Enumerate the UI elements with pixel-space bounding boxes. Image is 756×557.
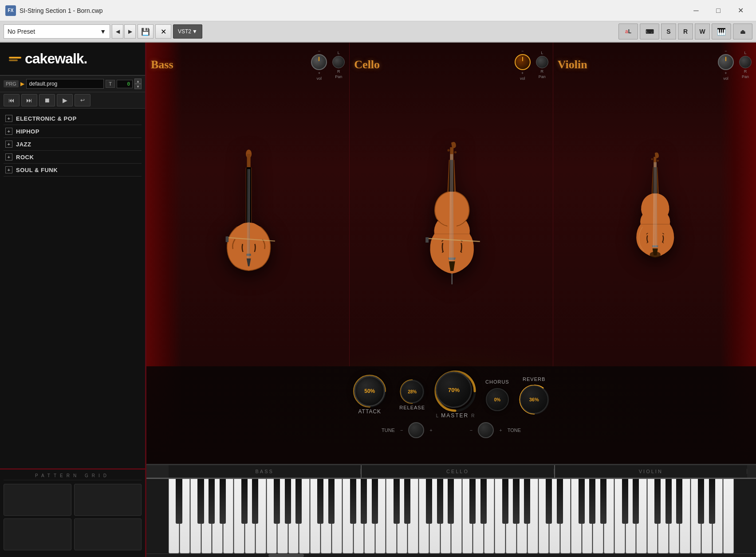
bass-pan-control[interactable] bbox=[332, 56, 345, 68]
prev-preset-button[interactable]: ◀ bbox=[112, 24, 123, 39]
cello-image bbox=[354, 84, 548, 362]
black-key[interactable] bbox=[197, 479, 204, 524]
attack-knob[interactable]: 50% bbox=[354, 376, 385, 407]
left-panel: cakewalk. PRG ▶ T 0 ▲ ▼ ⏮ ⏭ ⏹ ▶ ↩ bbox=[0, 43, 146, 557]
black-key[interactable] bbox=[328, 479, 335, 524]
white-key[interactable] bbox=[723, 479, 734, 553]
w-button[interactable]: W bbox=[695, 24, 710, 39]
black-key[interactable] bbox=[274, 479, 280, 524]
scroll-thumb[interactable] bbox=[268, 554, 304, 557]
black-key[interactable] bbox=[404, 479, 410, 524]
black-key[interactable] bbox=[350, 479, 356, 524]
keyboard-button[interactable]: ⌨ bbox=[640, 24, 659, 39]
violin-pan-control[interactable] bbox=[739, 56, 752, 68]
black-key[interactable] bbox=[654, 479, 661, 524]
down-button[interactable]: ▼ bbox=[134, 84, 142, 89]
black-key[interactable] bbox=[480, 479, 487, 524]
pattern-button-3[interactable] bbox=[4, 518, 71, 550]
stop-button[interactable]: ⏹ bbox=[39, 94, 55, 106]
fast-forward-button[interactable]: ⏭ bbox=[21, 94, 37, 106]
black-key[interactable] bbox=[469, 479, 476, 524]
tone-plus-label: + bbox=[499, 428, 502, 433]
black-key[interactable] bbox=[589, 479, 595, 524]
black-key[interactable] bbox=[513, 479, 519, 524]
bass-vol-label: vol bbox=[317, 76, 322, 81]
svg-rect-10 bbox=[225, 236, 228, 242]
black-key[interactable] bbox=[437, 479, 443, 524]
master-knob[interactable]: 70% bbox=[436, 372, 472, 408]
violin-vol-control[interactable] bbox=[718, 54, 734, 70]
program-field[interactable] bbox=[26, 79, 104, 89]
black-key[interactable] bbox=[665, 479, 672, 524]
cello-pan-control[interactable] bbox=[536, 56, 548, 68]
category-jazz[interactable]: + JAZZ bbox=[4, 138, 142, 151]
expand-icon: + bbox=[5, 115, 12, 122]
black-key[interactable] bbox=[546, 479, 552, 524]
maximize-button[interactable]: □ bbox=[708, 4, 728, 18]
s-button[interactable]: S bbox=[661, 24, 676, 39]
eject-button[interactable]: ⏏ bbox=[733, 24, 752, 39]
pattern-button-4[interactable] bbox=[74, 518, 142, 550]
black-key[interactable] bbox=[426, 479, 432, 524]
reverb-label: REVERB bbox=[523, 377, 545, 382]
black-key[interactable] bbox=[252, 479, 258, 524]
black-key[interactable] bbox=[448, 479, 454, 524]
piano-button[interactable]: 🎹 bbox=[712, 24, 731, 39]
black-key[interactable] bbox=[220, 479, 226, 524]
pattern-buttons bbox=[4, 484, 142, 550]
cello-vol-control[interactable] bbox=[515, 54, 531, 70]
black-key[interactable] bbox=[600, 479, 606, 524]
black-key[interactable] bbox=[241, 479, 248, 524]
black-key[interactable] bbox=[579, 479, 585, 524]
violin-minus: − bbox=[724, 49, 727, 53]
loop-button[interactable]: ↩ bbox=[75, 94, 91, 106]
black-key[interactable] bbox=[372, 479, 378, 524]
minimize-button[interactable]: ─ bbox=[686, 4, 706, 18]
black-key[interactable] bbox=[209, 479, 215, 524]
category-soul-funk[interactable]: + SOUL & FUNK bbox=[4, 164, 142, 177]
black-key[interactable] bbox=[524, 479, 530, 524]
black-key[interactable] bbox=[285, 479, 291, 524]
keyboard-scrollbar[interactable] bbox=[146, 553, 756, 557]
preset-dropdown[interactable]: No Preset ▼ bbox=[4, 24, 110, 39]
black-key[interactable] bbox=[557, 479, 563, 524]
black-key[interactable] bbox=[698, 479, 704, 524]
rewind-button[interactable]: ⏮ bbox=[4, 94, 20, 106]
t-button[interactable]: T bbox=[106, 80, 115, 88]
tune-tone-row: TUNE − + − + TONE bbox=[382, 422, 521, 438]
black-key[interactable] bbox=[361, 479, 367, 524]
pattern-button-1[interactable] bbox=[4, 484, 71, 516]
tune-knob[interactable] bbox=[408, 422, 424, 438]
black-key[interactable] bbox=[502, 479, 508, 524]
prg-arrow[interactable]: ▶ bbox=[20, 81, 24, 87]
master-r-label: R bbox=[471, 413, 474, 418]
release-knob[interactable]: 28% bbox=[401, 380, 424, 403]
black-key[interactable] bbox=[317, 479, 323, 524]
tone-knob[interactable] bbox=[478, 422, 494, 438]
category-hiphop[interactable]: + HIPHOP bbox=[4, 125, 142, 138]
chorus-knob[interactable]: 0% bbox=[486, 388, 509, 411]
next-preset-button[interactable]: ▶ bbox=[124, 24, 136, 39]
black-key[interactable] bbox=[633, 479, 639, 524]
close-button[interactable]: ✕ bbox=[730, 4, 751, 18]
instrument-area: Bass − + vol L R bbox=[146, 43, 756, 464]
black-key[interactable] bbox=[709, 479, 715, 524]
vst-badge[interactable]: VST2 ▼ bbox=[173, 24, 202, 39]
save-button[interactable]: 💾 bbox=[138, 24, 154, 39]
fx-label: FX bbox=[8, 8, 14, 13]
play-button[interactable]: ▶ bbox=[57, 94, 73, 106]
al-button[interactable]: aL bbox=[618, 24, 638, 39]
black-key[interactable] bbox=[295, 479, 302, 524]
category-rock[interactable]: + ROCK bbox=[4, 151, 142, 164]
black-key[interactable] bbox=[394, 479, 400, 524]
reverb-knob[interactable]: 36% bbox=[520, 385, 548, 414]
up-button[interactable]: ▲ bbox=[134, 78, 142, 84]
clear-button[interactable]: ✕ bbox=[155, 24, 171, 39]
black-key[interactable] bbox=[676, 479, 682, 524]
category-electronic-pop[interactable]: + ELECTRONIC & POP bbox=[4, 112, 142, 125]
black-key[interactable] bbox=[176, 479, 182, 524]
r-button[interactable]: R bbox=[678, 24, 693, 39]
bass-vol-control[interactable] bbox=[311, 54, 327, 70]
black-key[interactable] bbox=[622, 479, 628, 524]
pattern-button-2[interactable] bbox=[74, 484, 142, 516]
